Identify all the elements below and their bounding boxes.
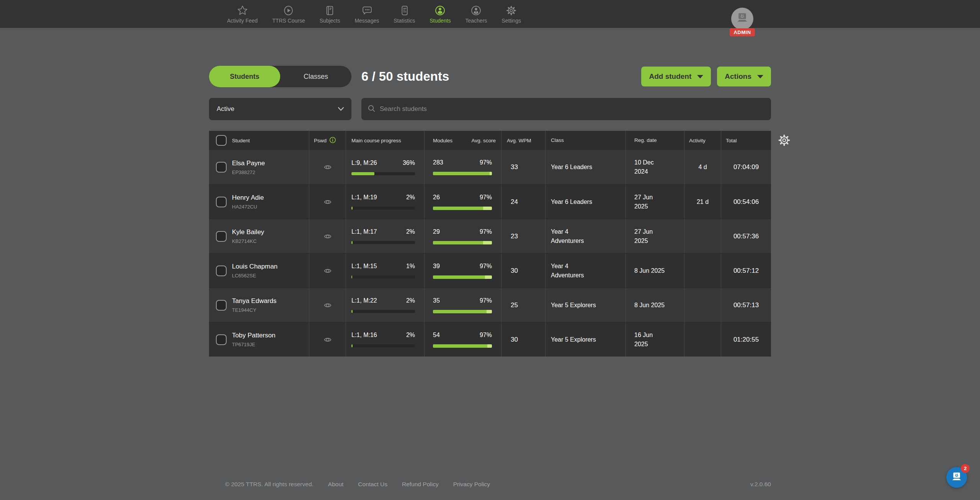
progress-percent: 1% [406, 263, 415, 270]
student-id: LC6562SE [232, 273, 278, 279]
row-checkbox[interactable] [216, 231, 227, 242]
footer-link-refund-policy[interactable]: Refund Policy [402, 481, 439, 488]
nav-label: Statistics [394, 18, 415, 24]
tab-students[interactable]: Students [209, 66, 280, 87]
student-name[interactable]: Louis Chapman [232, 263, 278, 270]
header-class: Class [546, 131, 626, 150]
chevron-down-icon [338, 105, 344, 113]
table-row: Elsa Payne EP388272 L:9, M:2636% 28397% … [209, 150, 771, 184]
eye-icon[interactable] [322, 232, 333, 241]
row-checkbox[interactable] [216, 334, 227, 345]
nav-item-statistics[interactable]: Statistics [386, 0, 422, 28]
student-id: KB2714KC [232, 238, 264, 244]
search-input[interactable] [380, 105, 765, 113]
laptop-smiley-icon [951, 472, 962, 483]
progress-bar [351, 344, 415, 347]
search-icon [368, 104, 376, 114]
score-bar [433, 241, 492, 244]
info-icon[interactable] [329, 137, 336, 145]
modules-count: 35 [433, 297, 440, 304]
score-bar [433, 207, 492, 210]
admin-avatar[interactable]: ADMIN [727, 8, 757, 36]
progress-percent: 2% [406, 228, 415, 235]
total-time-value: 00:57:36 [721, 219, 771, 253]
student-name[interactable]: Kyle Bailey [232, 228, 264, 236]
students-classes-toggle: Students Classes [209, 66, 351, 87]
footer-link-contact-us[interactable]: Contact Us [358, 481, 387, 488]
activity-value [684, 288, 721, 322]
avg-score-percent: 97% [480, 332, 492, 339]
play-circle-icon [283, 5, 294, 16]
gear-icon [506, 5, 517, 16]
reg-date-value: 27 Jun 2025 [626, 185, 684, 219]
student-name[interactable]: Elsa Payne [232, 160, 265, 167]
add-student-button[interactable]: Add student [641, 67, 711, 86]
avg-score-percent: 97% [480, 297, 492, 304]
nav-item-teachers[interactable]: Teachers [458, 0, 495, 28]
avg-wpm-value: 30 [501, 322, 546, 357]
book-icon [324, 5, 335, 16]
header-reg-date: Reg. date [626, 131, 684, 150]
top-navbar: Activity Feed TTRS Course Subjects Messa… [0, 0, 980, 28]
nav-item-ttrs-course[interactable]: TTRS Course [265, 0, 312, 28]
header-pswd: Pswd [314, 138, 327, 143]
modules-count: 26 [433, 194, 440, 201]
header-total: Total [721, 131, 771, 150]
header-student: Student [232, 138, 250, 143]
class-value: Year 4 Adventurers [546, 254, 626, 288]
row-checkbox[interactable] [216, 162, 227, 173]
footer-link-privacy-policy[interactable]: Privacy Policy [453, 481, 490, 488]
progress-bar [351, 172, 415, 175]
nav-label: Subjects [320, 18, 340, 24]
class-value: Year 6 Leaders [546, 150, 626, 184]
star-icon [237, 5, 248, 16]
row-checkbox[interactable] [216, 265, 227, 276]
course-level: L:1, M:19 [351, 194, 377, 201]
main-content: Students Classes 6 / 50 students Add stu… [209, 66, 771, 357]
eye-icon[interactable] [322, 336, 333, 344]
laptop-smiley-icon [736, 13, 749, 25]
nav-item-subjects[interactable]: Subjects [312, 0, 348, 28]
row-checkbox[interactable] [216, 300, 227, 311]
nav-label: Activity Feed [227, 18, 258, 24]
page-title: 6 / 50 students [361, 69, 449, 84]
header-avg-score: Avg. score [471, 138, 496, 143]
eye-icon[interactable] [322, 301, 333, 309]
activity-value [684, 254, 721, 288]
eye-icon[interactable] [322, 198, 333, 206]
avg-score-percent: 97% [480, 263, 492, 270]
row-checkbox[interactable] [216, 197, 227, 207]
header-modules: Modules [433, 138, 452, 143]
progress-percent: 2% [406, 194, 415, 201]
footer-link-about[interactable]: About [328, 481, 344, 488]
status-filter-select[interactable]: Active [209, 98, 351, 120]
student-name[interactable]: Toby Patterson [232, 332, 275, 339]
actions-button[interactable]: Actions [717, 67, 771, 86]
modules-count: 283 [433, 159, 443, 166]
nav-item-activity-feed[interactable]: Activity Feed [220, 0, 265, 28]
tab-classes[interactable]: Classes [280, 66, 351, 87]
progress-bar [351, 241, 415, 244]
total-time-value: 00:54:06 [721, 185, 771, 219]
nav-label: Settings [501, 18, 521, 24]
avg-wpm-value: 30 [501, 254, 546, 288]
progress-bar [351, 310, 415, 313]
select-all-checkbox[interactable] [216, 135, 227, 146]
eye-icon[interactable] [322, 267, 333, 275]
table-settings-gear-icon[interactable] [777, 134, 791, 148]
nav-item-settings[interactable]: Settings [494, 0, 528, 28]
table-row: Kyle Bailey KB2714KC L:1, M:172% 2997% 2… [209, 219, 771, 253]
footer: © 2025 TTRS. All rights reserved. About … [209, 481, 771, 488]
student-name[interactable]: Tanya Edwards [232, 297, 276, 305]
modules-count: 54 [433, 332, 440, 339]
nav-item-students[interactable]: Students [422, 0, 458, 28]
nav-label: TTRS Course [272, 18, 305, 24]
avg-score-percent: 97% [480, 228, 492, 235]
nav-item-messages[interactable]: Messages [347, 0, 386, 28]
modules-count: 29 [433, 228, 440, 235]
eye-icon[interactable] [322, 163, 333, 171]
chat-support-button[interactable]: 2 [946, 467, 967, 488]
course-level: L:1, M:22 [351, 297, 377, 304]
nav-label: Students [430, 18, 451, 24]
student-name[interactable]: Henry Adie [232, 194, 264, 202]
